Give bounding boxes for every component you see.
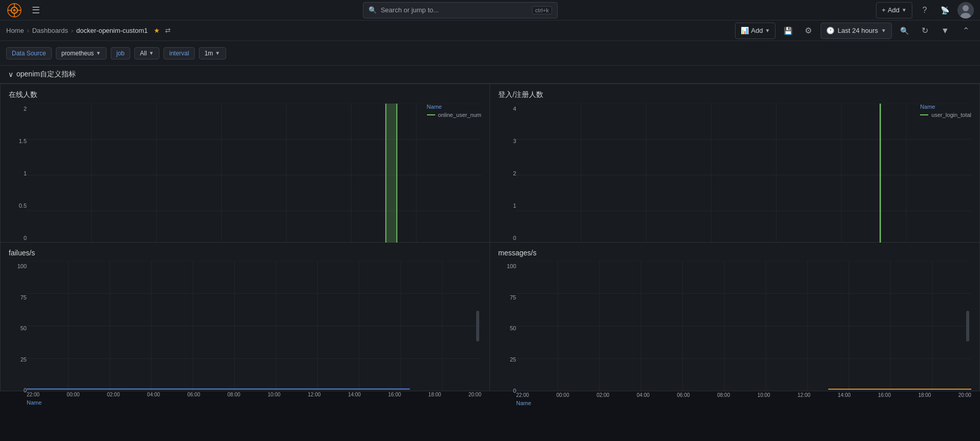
grafana-logo[interactable] xyxy=(6,2,23,18)
bar-chart-icon: 📊 xyxy=(741,27,749,34)
nav-left: ☰ xyxy=(6,2,44,18)
settings-icon[interactable]: ⚙ xyxy=(800,23,816,39)
job-dropdown-arrow: ▼ xyxy=(149,50,154,56)
legend-online: Name online_user_num xyxy=(427,104,481,118)
dashboard-add-button[interactable]: 📊 Add ▼ xyxy=(735,23,775,39)
filter-bar: Data Source prometheus ▼ job All ▼ inter… xyxy=(0,41,980,66)
chart-area-messages: 100 75 50 25 0 xyxy=(498,261,971,406)
dashboard-grid: 在线人数 2 1.5 1 0.5 0 xyxy=(0,84,980,440)
legend-login: Name user_login_total xyxy=(920,104,971,118)
data-source-label[interactable]: Data Source xyxy=(6,47,52,59)
panel-login: 登入/注册人数 4 3 2 1 0 xyxy=(490,84,980,243)
panel-title-failures: failues/s xyxy=(9,249,481,257)
chart-inner-messages: 22:00 00:00 02:00 04:00 06:00 08:00 10:0… xyxy=(516,261,971,406)
add-dropdown-arrow-2: ▼ xyxy=(765,28,770,33)
x-axis-messages: 22:00 00:00 02:00 04:00 06:00 08:00 10:0… xyxy=(516,391,971,398)
star-icon[interactable]: ★ xyxy=(154,27,160,34)
chart-area-online: 2 1.5 1 0.5 0 xyxy=(9,104,481,253)
time-picker[interactable]: 🕐 Last 24 hours ▼ xyxy=(821,23,892,39)
nav-center: 🔍 Search or jump to... ctrl+k xyxy=(363,2,558,18)
legend-title-login: Name xyxy=(920,104,971,110)
breadcrumb-home[interactable]: Home xyxy=(6,27,24,34)
legend-line-online xyxy=(427,114,435,115)
add-label: Add xyxy=(888,6,900,14)
interval-dropdown-arrow: ▼ xyxy=(215,50,220,56)
chart-svg-failures xyxy=(27,261,481,391)
chart-inner-login: Name user_login_total 00:00 03:00 06:00 … xyxy=(516,104,971,253)
scroll-bar-messages[interactable] xyxy=(966,311,969,342)
legend-label-login: user_login_total xyxy=(931,112,971,118)
top-navbar: ☰ 🔍 Search or jump to... ctrl+k + Add ▼ … xyxy=(0,0,980,21)
chart-inner-online: Name online_user_num 00:00 03:00 06:00 0… xyxy=(27,104,481,253)
legend-title-online: Name xyxy=(427,104,481,110)
breadcrumb-current: docker-openim-custom1 xyxy=(76,27,148,34)
interval-value: 1m xyxy=(205,50,213,57)
rss-icon[interactable]: 📡 xyxy=(937,2,953,18)
panel-title-online: 在线人数 xyxy=(9,90,481,99)
plus-icon: + xyxy=(882,6,886,14)
legend-line-login xyxy=(920,114,928,115)
breadcrumb-sep-1: › xyxy=(27,27,29,34)
y-axis-messages: 100 75 50 25 0 xyxy=(498,261,516,406)
svg-point-8 xyxy=(963,5,969,11)
y-axis-online: 2 1.5 1 0.5 0 xyxy=(9,104,27,253)
save-icon[interactable]: 💾 xyxy=(780,23,796,39)
panel-failures: failues/s 100 75 50 25 0 xyxy=(0,243,490,391)
legend-item-login: user_login_total xyxy=(920,112,971,118)
panel-online-users: 在线人数 2 1.5 1 0.5 0 xyxy=(0,84,490,243)
chart-svg-login xyxy=(516,104,971,247)
panel-title-messages: messages/s xyxy=(498,249,971,257)
breadcrumb-bar: Home › Dashboards › docker-openim-custom… xyxy=(0,21,980,41)
breadcrumb-right: 📊 Add ▼ 💾 ⚙ 🕐 Last 24 hours ▼ 🔍 ↻ ▼ ⌃ xyxy=(735,23,974,39)
legend-label-online: online_user_num xyxy=(438,112,481,118)
collapse-section-icon: ∨ xyxy=(8,70,13,78)
job-value: All xyxy=(140,50,147,57)
global-search[interactable]: 🔍 Search or jump to... ctrl+k xyxy=(363,2,558,18)
ds-dropdown-arrow: ▼ xyxy=(96,50,101,56)
interval-select[interactable]: 1m ▼ xyxy=(199,47,226,59)
interval-label[interactable]: interval xyxy=(164,47,195,59)
chart-svg-online xyxy=(27,104,481,247)
hamburger-menu[interactable]: ☰ xyxy=(28,2,44,18)
refresh-icon[interactable]: ↻ xyxy=(916,23,933,39)
breadcrumb-dashboards[interactable]: Dashboards xyxy=(32,27,68,34)
breadcrumb-sep-2: › xyxy=(71,27,73,34)
legend-item-online: online_user_num xyxy=(427,112,481,118)
y-axis-failures: 100 75 50 25 0 xyxy=(9,261,27,406)
svg-point-2 xyxy=(13,9,16,11)
refresh-dropdown[interactable]: ▼ xyxy=(937,23,953,39)
search-icon: 🔍 xyxy=(369,6,377,14)
svg-marker-21 xyxy=(386,104,397,247)
section-header[interactable]: ∨ openim自定义指标 xyxy=(0,66,980,84)
collapse-icon[interactable]: ⌃ xyxy=(957,23,974,39)
panel-messages: messages/s 100 75 50 25 0 xyxy=(490,243,980,391)
legend-label-failures: Name xyxy=(27,397,481,406)
add-button[interactable]: + Add ▼ xyxy=(876,2,912,18)
section-title: openim自定义指标 xyxy=(16,70,76,79)
time-range-label: Last 24 hours xyxy=(838,27,878,34)
search-placeholder: Search or jump to... xyxy=(381,6,439,14)
chart-area-login: 4 3 2 1 0 xyxy=(498,104,971,253)
job-label[interactable]: job xyxy=(111,47,130,59)
zoom-out-icon[interactable]: 🔍 xyxy=(896,23,912,39)
x-axis-failures: 22:00 00:00 02:00 04:00 06:00 08:00 10:0… xyxy=(27,391,481,397)
data-source-select[interactable]: prometheus ▼ xyxy=(56,47,107,59)
scroll-bar-failures[interactable] xyxy=(476,311,479,342)
share-icon[interactable]: ⇄ xyxy=(165,27,171,34)
chart-area-failures: 100 75 50 25 0 xyxy=(9,261,481,406)
y-axis-login: 4 3 2 1 0 xyxy=(498,104,516,253)
help-icon[interactable]: ? xyxy=(916,2,933,18)
job-select[interactable]: All ▼ xyxy=(134,47,159,59)
nav-right: + Add ▼ ? 📡 xyxy=(876,2,974,18)
add-label-2: Add xyxy=(751,27,763,34)
chart-svg-messages xyxy=(516,261,971,391)
legend-label-messages: Name xyxy=(516,398,971,406)
data-source-value: prometheus xyxy=(62,50,94,57)
time-dropdown-arrow: ▼ xyxy=(881,28,886,33)
panel-title-login: 登入/注册人数 xyxy=(498,90,971,99)
keyboard-hint: ctrl+k xyxy=(532,6,552,14)
chart-inner-failures: 22:00 00:00 02:00 04:00 06:00 08:00 10:0… xyxy=(27,261,481,406)
add-dropdown-arrow: ▼ xyxy=(902,7,907,13)
breadcrumb: Home › Dashboards › docker-openim-custom… xyxy=(6,27,171,34)
user-avatar[interactable] xyxy=(957,2,974,18)
